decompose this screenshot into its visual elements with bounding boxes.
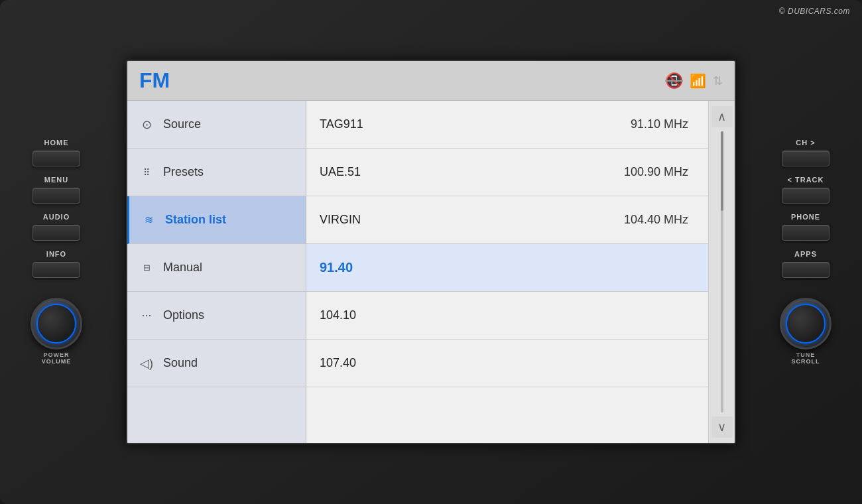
no-signal-icon: 📵 [665,72,683,90]
power-volume-knob[interactable] [31,298,82,349]
manual-icon: ⊟ [138,263,155,273]
station-freq-2: 104.40 MHz [624,213,688,227]
right-panel: CH > < TRACK PHONE APPS TUNESCROLL [763,139,849,365]
scroll-track [721,131,723,412]
scrollbar: ∧ ∨ [708,101,735,443]
home-label: HOME [44,139,69,147]
content-panel: TAG911 91.10 MHz UAE.51 100.90 MHz VIRGI… [306,101,735,443]
ch-label: CH > [796,139,815,147]
options-icon: ··· [138,308,155,322]
manual-row-2[interactable]: 107.40 [306,340,735,387]
station-list-icon: ≋ [140,214,157,226]
station-row-2[interactable]: VIRGIN 104.40 MHz [306,196,735,244]
audio-label: AUDIO [43,213,70,221]
phone-label: PHONE [791,213,820,221]
station-list-label: Station list [165,213,226,227]
station-name-1: UAE.51 [320,165,399,179]
track-btn-rect[interactable] [782,188,830,204]
screen-title: FM [139,68,170,93]
left-panel: HOME MENU AUDIO INFO POWERVOLUME [13,139,99,365]
apps-btn-rect[interactable] [782,262,830,278]
source-icon: ⊙ [138,117,155,132]
presets-label: Presets [163,165,204,179]
station-freq-1: 100.90 MHz [624,165,688,179]
track-label: < TRACK [788,176,824,184]
manual-row-0[interactable]: 91.40 [306,244,735,292]
scroll-thumb [721,131,723,211]
station-name-2: VIRGIN [320,213,399,227]
menu-item-presets[interactable]: ⠿ Presets [127,149,306,196]
scroll-down-button[interactable]: ∨ [711,416,733,438]
menu-item-manual[interactable]: ⊟ Manual [127,244,306,292]
ch-btn-rect[interactable] [782,151,830,166]
menu-button[interactable]: MENU [32,176,80,204]
manual-row-1[interactable]: 104.10 [306,292,735,340]
manual-freq-2: 107.40 [320,356,399,370]
tune-scroll-knob[interactable] [780,298,831,349]
scroll-up-button[interactable]: ∧ [711,106,733,127]
head-unit: © DUBICARS.com HOME MENU AUDIO INFO POWE… [0,0,862,504]
menu-item-options[interactable]: ··· Options [127,292,306,340]
menu-panel: ⊙ Source ⠿ Presets ≋ Station list ⊟ Manu… [127,101,306,443]
audio-btn-rect[interactable] [32,225,80,241]
sound-icon: ◁) [138,356,155,371]
presets-icon: ⠿ [138,167,155,178]
header-icons: 📵 📶 ⇅ [665,72,723,90]
menu-item-station-list[interactable]: ≋ Station list [127,196,306,244]
audio-button[interactable]: AUDIO [32,213,80,241]
apps-label: APPS [794,250,817,258]
ch-button[interactable]: CH > [782,139,830,166]
wifi-icon: 📶 [690,73,706,89]
options-label: Options [163,308,204,322]
info-button[interactable]: INFO [32,250,80,278]
menu-btn-rect[interactable] [32,188,80,204]
manual-freq-1: 104.10 [320,308,399,322]
tune-knob-inner [786,304,826,344]
apps-button[interactable]: APPS [782,250,830,278]
sound-label: Sound [163,356,198,370]
phone-btn-rect[interactable] [782,225,830,241]
info-btn-rect[interactable] [32,262,80,278]
manual-freq-0: 91.40 [320,260,399,275]
station-row-0[interactable]: TAG911 91.10 MHz [306,101,735,149]
tune-scroll-label: TUNESCROLL [780,352,831,365]
home-button[interactable]: HOME [32,139,80,166]
phone-button[interactable]: PHONE [782,213,830,241]
menu-item-source[interactable]: ⊙ Source [127,101,306,149]
track-button[interactable]: < TRACK [782,176,830,204]
home-btn-rect[interactable] [32,151,80,166]
station-row-1[interactable]: UAE.51 100.90 MHz [306,149,735,196]
knob-inner [36,304,76,344]
station-name-0: TAG911 [320,117,399,131]
source-label: Source [163,117,201,131]
screen-header: FM 📵 📶 ⇅ [127,61,735,101]
station-freq-0: 91.10 MHz [631,117,688,131]
screen: FM 📵 📶 ⇅ ⊙ Source ⠿ Presets ≋ [126,60,736,444]
info-label: INFO [46,250,66,258]
sync-icon: ⇅ [713,74,723,88]
manual-label: Manual [163,261,202,275]
menu-label: MENU [44,176,68,184]
screen-body: ⊙ Source ⠿ Presets ≋ Station list ⊟ Manu… [127,101,735,443]
power-volume-label: POWERVOLUME [31,352,82,365]
watermark: © DUBICARS.com [779,7,850,16]
menu-item-sound[interactable]: ◁) Sound [127,340,306,387]
